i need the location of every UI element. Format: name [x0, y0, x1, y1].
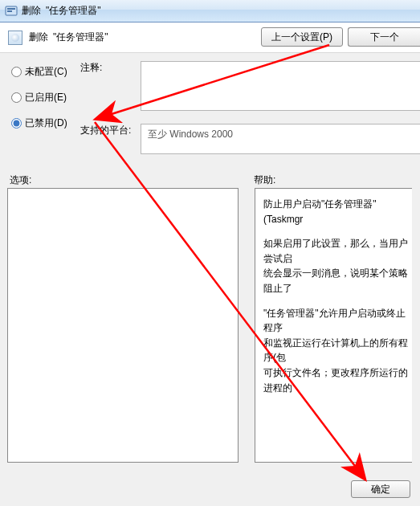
ok-button[interactable]: 确定 [351, 480, 410, 498]
radio-enabled-input[interactable] [11, 92, 22, 103]
comment-label: 注释: [80, 61, 102, 75]
options-label: 选项: [8, 173, 249, 187]
supported-on-box: 至少 Windows 2000 [141, 124, 420, 154]
radio-disabled-input[interactable] [11, 118, 22, 129]
previous-setting-button[interactable]: 上一个设置(P) [261, 27, 343, 47]
supported-on-label: 支持的平台: [80, 124, 131, 137]
help-paragraph-3: "任务管理器"允许用户启动或终止程序 和监视正运行在计算机上的所有程序(包 可执… [263, 306, 409, 396]
radio-not-configured-label: 未配置(C) [25, 65, 67, 79]
svg-rect-2 [7, 10, 12, 12]
supported-on-text: 至少 Windows 2000 [148, 129, 233, 140]
help-paragraph-2: 如果启用了此设置，那么，当用户尝试启 统会显示一则消息，说明某个策略阻止了 [263, 236, 409, 296]
svg-rect-1 [7, 8, 15, 10]
comment-textarea[interactable] [141, 61, 420, 111]
radio-not-configured-input[interactable] [11, 67, 22, 77]
policy-body: 未配置(C) 已启用(E) 已禁用(D) 注释: 支持的平台: 至少 Windo… [0, 53, 420, 133]
app-icon [5, 5, 18, 18]
radio-disabled-label: 已禁用(D) [25, 116, 67, 130]
section-labels: 选项: 帮助: [8, 173, 420, 187]
help-label: 帮助: [249, 173, 275, 187]
window-title: 删除 "任务管理器" [22, 4, 101, 18]
options-panel [7, 188, 239, 463]
help-paragraph-1: 防止用户启动"任务管理器"(Taskmgr [263, 197, 409, 226]
window-titlebar: 删除 "任务管理器" [0, 0, 420, 22]
policy-title: 删除 "任务管理器" [29, 31, 108, 44]
radio-enabled-label: 已启用(E) [25, 91, 67, 104]
help-panel: 防止用户启动"任务管理器"(Taskmgr 如果启用了此设置，那么，当用户尝试启… [255, 188, 412, 463]
next-setting-button[interactable]: 下一个 [348, 27, 420, 47]
policy-icon [8, 31, 22, 45]
policy-header: 删除 "任务管理器" 上一个设置(P) 下一个 [0, 22, 420, 53]
